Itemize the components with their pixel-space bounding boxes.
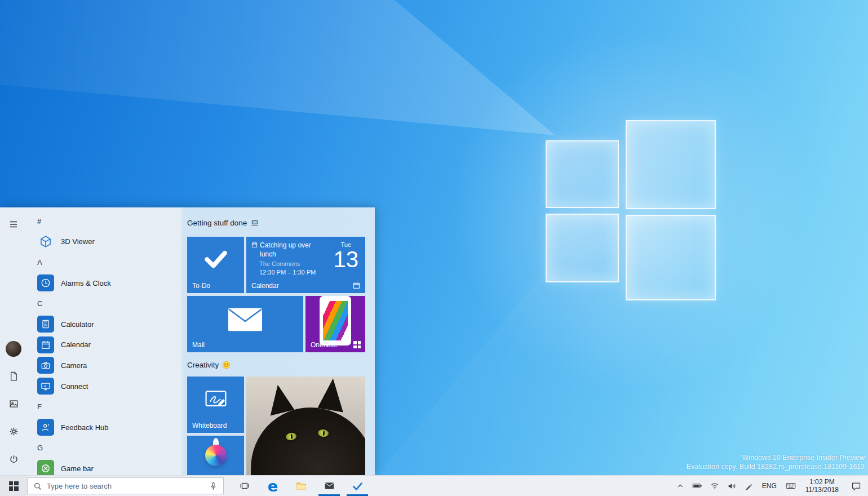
touch-keyboard-button[interactable] <box>782 476 800 496</box>
calendar-badge-icon <box>353 282 360 289</box>
app-label: Calculator <box>61 320 94 329</box>
todo-button[interactable] <box>343 476 371 496</box>
app-item-game-bar[interactable]: Game bar <box>27 458 184 475</box>
app-list-letter-g[interactable]: G <box>27 438 184 459</box>
app-item-3d-viewer[interactable]: 3D Viewer <box>27 232 184 253</box>
app-list-letter-f[interactable]: F <box>27 396 184 417</box>
laptop-emoji-icon <box>250 219 259 227</box>
start-button[interactable] <box>0 476 27 496</box>
tile-whiteboard[interactable]: Whiteboard <box>187 377 244 433</box>
tile-label: To-Do <box>192 282 210 290</box>
smiley-face-emoji-icon <box>222 361 231 369</box>
documents-button[interactable] <box>0 362 27 390</box>
onenote-phone-image <box>320 296 351 346</box>
tile-group-creativity: Creativity <box>187 361 231 369</box>
system-tray: ENG 1:02 PM 11/13/2018 <box>672 476 868 496</box>
speaker-icon <box>727 482 737 490</box>
user-account-button[interactable] <box>0 335 27 362</box>
watermark-line1: Windows 10 Enterprise Insider Preview <box>687 453 865 462</box>
calendar-day-number: 13 <box>334 248 359 271</box>
app-label: Camera <box>61 361 87 370</box>
hidden-icons-button[interactable] <box>672 476 688 496</box>
clock-time: 1:02 PM <box>805 478 839 486</box>
settings-button[interactable] <box>0 418 27 445</box>
tile-group-getting-stuff-done: Getting stuff done <box>187 219 259 227</box>
tile-todo[interactable]: To-Do <box>187 237 244 293</box>
tile-label: Mail <box>192 341 205 349</box>
edge-button[interactable]: e <box>259 476 287 496</box>
app-list-letter-c[interactable]: C <box>27 293 184 314</box>
start-menu-rail <box>0 207 27 475</box>
app-label: Feedback Hub <box>61 423 109 432</box>
task-view-button[interactable] <box>231 476 259 496</box>
cat-photo <box>246 377 365 475</box>
calendar-icon <box>37 336 54 353</box>
desktop: Windows 10 Enterprise Insider Preview Ev… <box>0 0 868 496</box>
tile-paint-3d[interactable] <box>187 436 244 475</box>
app-label: Alarms & Clock <box>61 279 111 287</box>
windows-logo-pane <box>546 214 619 282</box>
volume-button[interactable] <box>723 476 741 496</box>
cube-icon <box>37 233 54 250</box>
pictures-icon <box>8 398 19 409</box>
app-item-connect[interactable]: Connect <box>27 376 184 397</box>
app-list-letter-a[interactable]: A <box>27 252 184 273</box>
app-item-feedback-hub[interactable]: Feedback Hub <box>27 417 184 438</box>
hamburger-menu-icon <box>8 219 19 229</box>
keyboard-icon <box>786 482 796 490</box>
app-item-alarms-clock[interactable]: Alarms & Clock <box>27 273 184 294</box>
taskbar: e <box>0 475 868 496</box>
app-item-calendar[interactable]: Calendar <box>27 335 184 356</box>
clock-icon <box>37 274 54 291</box>
power-button[interactable] <box>0 445 27 473</box>
tile-label: OneNote <box>311 341 338 349</box>
search-input[interactable] <box>47 482 204 490</box>
pictures-button[interactable] <box>0 390 27 418</box>
action-center-icon <box>851 481 861 491</box>
app-item-camera[interactable]: Camera <box>27 355 184 376</box>
taskbar-search-box[interactable] <box>27 477 224 494</box>
paint-3d-brush-image <box>187 436 244 475</box>
windows-logo <box>546 120 716 302</box>
tile-calendar[interactable]: Catching up over lunch The Commons 12:30… <box>246 237 365 293</box>
user-avatar <box>6 341 21 357</box>
whiteboard-icon <box>203 387 228 411</box>
camera-icon <box>37 357 54 374</box>
mail-envelope-icon <box>228 308 263 332</box>
mail-button[interactable] <box>315 476 343 496</box>
start-menu: # 3D Viewer A Alarms & Clock C Calcul <box>0 207 375 475</box>
language-indicator[interactable]: ENG <box>757 476 782 496</box>
calculator-icon <box>37 316 54 333</box>
feedback-hub-icon <box>37 419 54 436</box>
action-center-button[interactable] <box>844 476 868 496</box>
task-view-icon <box>240 481 250 491</box>
watermark-line2: Evaluation copy. Build 18282.rs_prerelea… <box>687 462 865 471</box>
todo-check-icon <box>201 243 231 273</box>
app-item-calculator[interactable]: Calculator <box>27 314 184 335</box>
expand-menu-button[interactable] <box>0 212 27 237</box>
app-list-letter-hash[interactable]: # <box>27 211 184 232</box>
app-label: 3D Viewer <box>61 237 95 246</box>
tile-mail[interactable]: Mail <box>187 296 303 352</box>
file-explorer-button[interactable] <box>287 476 315 496</box>
tile-label: Whiteboard <box>192 422 227 429</box>
mail-icon <box>324 481 335 491</box>
edge-icon: e <box>268 479 278 494</box>
wifi-icon <box>710 482 719 490</box>
tile-label: Calendar <box>251 282 279 290</box>
windows-logo-pane <box>546 140 619 208</box>
folder-icon <box>295 480 308 492</box>
todo-checkmark-icon <box>351 480 364 491</box>
tile-photos[interactable] <box>246 377 365 475</box>
network-status-button[interactable] <box>706 476 723 496</box>
battery-status-button[interactable] <box>688 476 706 496</box>
tile-onenote[interactable]: OneNote <box>305 296 365 352</box>
windows-start-icon <box>9 481 19 491</box>
taskbar-clock[interactable]: 1:02 PM 11/13/2018 <box>800 476 844 496</box>
pen-settings-button[interactable] <box>741 476 757 496</box>
evaluation-watermark: Windows 10 Enterprise Insider Preview Ev… <box>687 453 865 471</box>
connect-icon <box>37 378 54 395</box>
microphone-icon[interactable] <box>209 481 218 490</box>
event-calendar-icon <box>251 242 258 259</box>
clock-date: 11/13/2018 <box>805 486 839 494</box>
